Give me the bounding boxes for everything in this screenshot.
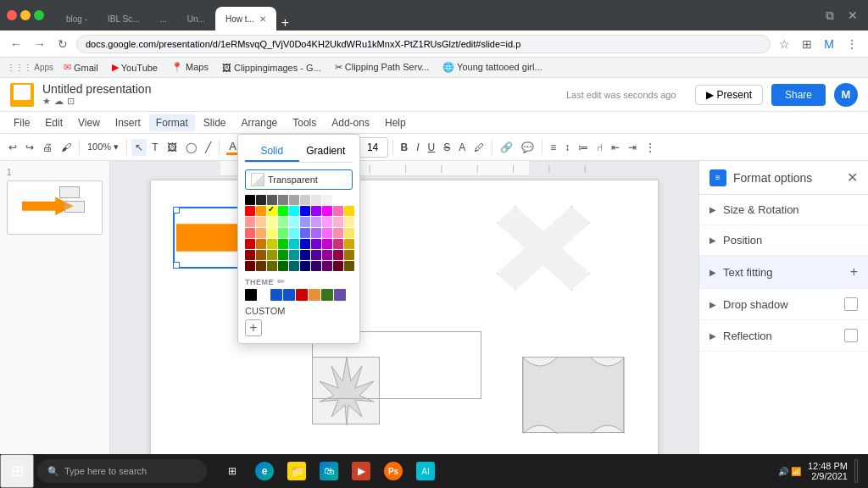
color-swatch[interactable] — [311, 261, 321, 271]
color-swatch[interactable] — [278, 250, 288, 260]
minimize-btn[interactable] — [20, 10, 31, 20]
menu-tools[interactable]: Tools — [286, 114, 323, 131]
color-swatch[interactable] — [289, 206, 299, 216]
color-swatch[interactable] — [322, 217, 332, 227]
forward-btn[interactable]: → — [31, 37, 49, 51]
apps-bookmark[interactable]: ⋮⋮⋮ Apps — [7, 63, 53, 72]
handle-tl[interactable] — [173, 207, 180, 214]
font-size-input[interactable] — [358, 137, 388, 158]
tab-gradient[interactable]: Gradient — [299, 141, 353, 162]
taskbar-search[interactable]: 🔍 Type here to search — [37, 459, 207, 483]
color-swatch[interactable] — [311, 250, 321, 260]
clipping-bookmark[interactable]: 🖼 Clippingimages - G... — [219, 61, 325, 75]
line-tool[interactable]: ╱ — [202, 139, 214, 156]
color-swatch[interactable] — [311, 206, 321, 216]
theme-color-swatch[interactable] — [334, 289, 346, 301]
theme-color-swatch[interactable] — [309, 289, 320, 301]
menu-slide[interactable]: Slide — [197, 114, 233, 131]
taskbar-store[interactable]: 🛍 — [314, 456, 344, 486]
undo-btn[interactable]: ↩ — [5, 139, 20, 156]
numbered-list-btn[interactable]: ⑁ — [593, 139, 606, 156]
color-swatch[interactable] — [245, 217, 255, 227]
color-swatch[interactable] — [245, 195, 255, 205]
text-align-btn[interactable]: ≡ — [547, 139, 559, 156]
indent-less-btn[interactable]: ⇤ — [608, 139, 623, 156]
menu-file[interactable]: File — [7, 114, 36, 131]
menu-addons[interactable]: Add-ons — [325, 114, 376, 131]
tab-3[interactable]: ... — [149, 7, 176, 30]
add-custom-color-btn[interactable]: + — [245, 319, 262, 336]
link-btn[interactable]: 🔗 — [497, 139, 516, 156]
color-swatch[interactable] — [344, 217, 354, 227]
menu-arrange[interactable]: Arrange — [235, 114, 285, 131]
restore-btn[interactable]: ⧉ — [822, 8, 837, 23]
color-swatch[interactable] — [267, 239, 277, 249]
color-swatch[interactable] — [267, 250, 277, 260]
color-swatch[interactable] — [300, 228, 310, 238]
color-swatch[interactable] — [267, 217, 277, 227]
line-spacing-btn[interactable]: ↕ — [561, 139, 573, 156]
color-swatch[interactable] — [322, 239, 332, 249]
theme-color-swatch[interactable] — [321, 289, 333, 301]
color-swatch[interactable] — [322, 195, 332, 205]
menu-btn[interactable]: ⋮ — [843, 37, 861, 51]
color-swatch[interactable] — [333, 217, 343, 227]
color-swatch[interactable] — [256, 261, 266, 271]
color-swatch[interactable] — [278, 195, 288, 205]
reload-btn[interactable]: ↻ — [54, 37, 71, 51]
theme-edit-icon[interactable]: ✏ — [277, 276, 285, 287]
address-input[interactable] — [76, 35, 771, 53]
color-swatch[interactable] — [278, 217, 288, 227]
tattoo-bookmark[interactable]: 🌐 Young tattooed girl... — [439, 60, 545, 75]
section-reflection-header[interactable]: ▶ Reflection — [699, 320, 868, 351]
italic-btn[interactable]: I — [413, 139, 422, 156]
x-shape[interactable] — [497, 206, 590, 291]
gmail-bookmark[interactable]: ✉ Gmail — [60, 60, 102, 75]
color-swatch[interactable] — [256, 250, 266, 260]
drop-shadow-checkbox[interactable] — [844, 297, 858, 311]
tab-4[interactable]: Un... — [177, 7, 215, 30]
close-btn[interactable] — [7, 10, 17, 20]
redo-btn[interactable]: ↪ — [22, 139, 37, 156]
indent-more-btn[interactable]: ⇥ — [625, 139, 640, 156]
color-swatch[interactable] — [256, 206, 266, 216]
color-swatch[interactable] — [245, 228, 255, 238]
color-swatch[interactable] — [322, 261, 332, 271]
menu-format[interactable]: Format — [149, 114, 195, 131]
color-swatch[interactable] — [256, 195, 266, 205]
color-swatch[interactable] — [256, 217, 266, 227]
menu-view[interactable]: View — [71, 114, 107, 131]
comment-btn[interactable]: 💬 — [518, 139, 537, 156]
image-tool[interactable]: 🖼 — [164, 139, 181, 156]
taskbar-app-5[interactable]: Ps — [378, 456, 409, 486]
show-desktop-btn[interactable] — [854, 459, 858, 483]
maps-bookmark[interactable]: 📍 Maps — [168, 60, 212, 75]
reflection-checkbox[interactable] — [844, 329, 858, 342]
color-swatch[interactable] — [333, 239, 343, 249]
bullets-btn[interactable]: ≔ — [575, 139, 592, 156]
color-swatch[interactable] — [322, 250, 332, 260]
theme-color-swatch[interactable] — [258, 289, 270, 301]
transparent-button[interactable]: Transparent — [245, 169, 353, 190]
color-swatch[interactable] — [300, 206, 310, 216]
theme-color-swatch[interactable] — [296, 289, 308, 301]
present-button[interactable]: ▶ Present — [695, 85, 763, 105]
youtube-bookmark[interactable]: ▶ YouTube — [108, 60, 161, 75]
underline-btn[interactable]: U — [425, 139, 439, 156]
color-swatch[interactable] — [333, 195, 343, 205]
color-swatch[interactable] — [333, 250, 343, 260]
color-swatch[interactable] — [267, 261, 277, 271]
color-swatch[interactable] — [289, 261, 299, 271]
section-size-rotation-header[interactable]: ▶ Size & Rotation — [699, 195, 868, 225]
tab-1[interactable]: blog - — [56, 7, 97, 30]
color-swatch[interactable] — [344, 228, 354, 238]
theme-color-swatch[interactable] — [245, 289, 257, 301]
text-color-btn[interactable]: A — [455, 139, 469, 156]
color-swatch[interactable] — [300, 250, 310, 260]
color-swatch[interactable] — [289, 239, 299, 249]
print-btn[interactable]: 🖨 — [39, 139, 56, 156]
color-swatch[interactable] — [322, 206, 332, 216]
color-swatch[interactable] — [278, 228, 288, 238]
color-swatch[interactable] — [344, 239, 354, 249]
slide-canvas[interactable] — [150, 180, 659, 485]
